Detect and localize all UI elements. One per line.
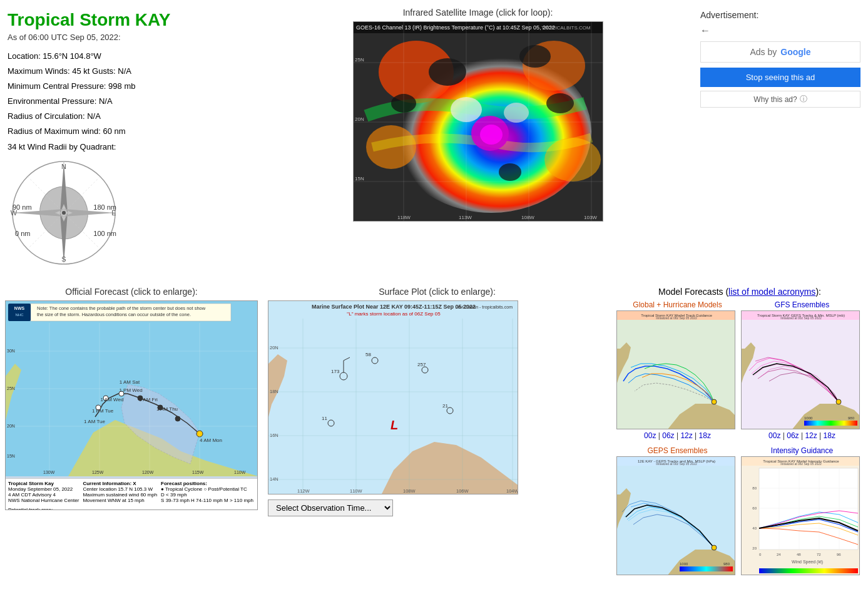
page-wrapper: Tropical Storm KAY As of 06:00 UTC Sep 0…: [0, 0, 868, 580]
top-section: Tropical Storm KAY As of 06:00 UTC Sep 0…: [0, 0, 868, 282]
model-acronyms-link[interactable]: list of model acronyms: [728, 287, 815, 297]
svg-text:4 AM Mon: 4 AM Mon: [200, 438, 222, 443]
stop-ad-button[interactable]: Stop seeing this ad: [700, 68, 860, 87]
info-icon: ⓘ: [800, 94, 807, 105]
label-90nm: 90 nm: [13, 203, 32, 211]
forecast-image[interactable]: Note: The cone contains the probable pat…: [5, 300, 258, 510]
global-00z-link[interactable]: 00z: [644, 431, 656, 440]
svg-point-27: [480, 125, 503, 145]
svg-text:16N: 16N: [270, 433, 278, 438]
right-panel: Advertisement: ← Ads by Google Stop seei…: [693, 5, 868, 277]
svg-text:the size of the storm. Hazardo: the size of the storm. Hazardous conditi…: [37, 312, 191, 317]
svg-text:118W: 118W: [397, 215, 411, 220]
satellite-image[interactable]: GOES-16 Channel 13 (IR) Brightness Tempe…: [353, 21, 603, 222]
svg-text:1 PM Tue: 1 PM Tue: [92, 408, 114, 414]
gefs-panel: GFS Ensembles Tropical Storm KAY GEFS Tr…: [741, 300, 863, 440]
svg-text:NWS: NWS: [14, 306, 25, 310]
svg-rect-150: [680, 566, 733, 571]
svg-text:15N: 15N: [355, 176, 364, 182]
forecast-svg: Note: The cone contains the probable pat…: [6, 301, 258, 476]
gefs-svg: Tropical Storm KAY GEFS Tracks & Min. MS…: [742, 311, 860, 429]
back-arrow-btn[interactable]: ←: [700, 25, 860, 36]
svg-text:20N: 20N: [7, 424, 15, 428]
svg-text:NHC: NHC: [16, 313, 24, 317]
svg-text:20: 20: [752, 546, 757, 550]
svg-text:25N: 25N: [355, 57, 364, 63]
svg-text:60: 60: [752, 506, 757, 510]
svg-text:1 AM Tue: 1 AM Tue: [84, 419, 105, 424]
intensity-svg: Tropical Storm KAY Model Intensity Guida…: [742, 457, 860, 575]
satellite-svg: GOES-16 Channel 13 (IR) Brightness Tempe…: [354, 22, 603, 222]
svg-text:257: 257: [417, 362, 426, 367]
svg-text:18N: 18N: [270, 389, 278, 394]
svg-text:1 AM Sat: 1 AM Sat: [120, 379, 140, 385]
svg-text:113W: 113W: [459, 215, 472, 220]
global-hurricane-image[interactable]: Tropical Storm KAY Model Track Guidance …: [616, 310, 735, 429]
geps-title: GEPS Ensembles: [616, 446, 738, 455]
svg-rect-175: [759, 568, 858, 573]
forecast-panel: Official Forecast (click to enlarge): No…: [0, 284, 263, 578]
global-hurricane-panel: Global + Hurricane Models Tropical Storm…: [616, 300, 738, 440]
radius-wind-info: Radius of Maximum wind: 60 nm: [8, 125, 255, 138]
global-12z-link[interactable]: 12z: [680, 431, 692, 440]
svg-text:25N: 25N: [7, 386, 15, 391]
svg-text:58: 58: [365, 352, 371, 357]
svg-text:Levi Cowan - tropicalbits.com: Levi Cowan - tropicalbits.com: [456, 305, 513, 310]
gefs-00z-link[interactable]: 00z: [768, 431, 780, 440]
why-ad-text[interactable]: Why this ad? ⓘ: [700, 91, 860, 108]
ads-by-google: Ads by Google: [700, 41, 860, 63]
svg-text:L: L: [391, 418, 398, 432]
svg-text:112W: 112W: [297, 488, 310, 494]
forecast-date: Monday September 05, 2022: [8, 486, 79, 492]
nhc-label: NWS National Hurricane Center: [8, 498, 79, 503]
svg-text:103W: 103W: [584, 215, 597, 220]
label-180nm: 180 nm: [93, 203, 116, 211]
min-pressure-info: Minimum Central Pressure: 998 mb: [8, 79, 255, 93]
svg-text:106W: 106W: [456, 488, 469, 494]
global-18z-link[interactable]: 18z: [699, 431, 711, 440]
svg-point-149: [712, 545, 717, 550]
svg-text:108W: 108W: [403, 488, 416, 494]
intensity-image[interactable]: Tropical Storm KAY Model Intensity Guida…: [741, 456, 860, 575]
svg-text:980: 980: [848, 416, 855, 420]
surface-plot-svg: Marine Surface Plot Near 12E KAY 09:45Z-…: [268, 301, 518, 494]
storm-title: Tropical Storm KAY: [8, 10, 255, 30]
svg-text:14N: 14N: [270, 476, 278, 482]
svg-point-21: [429, 58, 466, 86]
observation-time-select[interactable]: Select Observation Time... 06Z Sep 05 09…: [268, 499, 393, 516]
intensity-title: Intensity Guidance: [741, 446, 863, 455]
ads-by-text: Ads by: [750, 47, 777, 57]
gefs-06z-link[interactable]: 06z: [787, 431, 799, 440]
svg-text:Wind Speed (kt): Wind Speed (kt): [792, 560, 823, 565]
svg-text:11: 11: [322, 416, 327, 421]
gefs-12z-link[interactable]: 12z: [805, 431, 817, 440]
svg-text:Initialized at 06z Sep 05 2022: Initialized at 06z Sep 05 2022: [780, 462, 822, 466]
geps-image[interactable]: 12E KAY - GEPS Tracks and Min. MSLP (hPa…: [616, 456, 735, 575]
svg-point-59: [175, 416, 180, 421]
gefs-links: 00z | 06z | 12z | 18z: [741, 431, 863, 440]
bottom-section: Official Forecast (click to enlarge): No…: [0, 282, 868, 580]
ad-label: Advertisement:: [700, 10, 860, 20]
svg-text:40: 40: [752, 526, 757, 530]
intensity-panel: Intensity Guidance Tropical Storm KAY Mo…: [741, 443, 863, 575]
svg-text:Initialized at 06z Sep 05 2022: Initialized at 06z Sep 05 2022: [656, 316, 697, 320]
gefs-18z-link[interactable]: 18z: [824, 431, 835, 440]
model-forecasts-title: Model Forecasts (list of model acronyms)…: [616, 287, 863, 297]
svg-text:980: 980: [723, 562, 730, 566]
max-winds-info: Maximum Winds: 45 kt Gusts: N/A: [8, 64, 255, 78]
svg-text:110W: 110W: [234, 470, 246, 474]
svg-point-25: [499, 163, 521, 181]
svg-text:104W: 104W: [506, 488, 518, 494]
wind-radii-label: 34 kt Wind Radii by Quadrant:: [8, 140, 255, 154]
gefs-image[interactable]: Tropical Storm KAY GEFS Tracks & Min. MS…: [741, 310, 860, 429]
svg-text:1 AM Fri: 1 AM Fri: [139, 397, 158, 402]
center-panel: Infrared Satellite Image (click for loop…: [263, 5, 693, 277]
global-06z-link[interactable]: 06z: [662, 431, 674, 440]
compass-labels: 90 nm 180 nm 0 nm 100 nm: [8, 156, 120, 269]
svg-text:80: 80: [752, 486, 757, 490]
surface-plot-title: Surface Plot (click to enlarge):: [268, 287, 606, 297]
left-panel: Tropical Storm KAY As of 06:00 UTC Sep 0…: [0, 5, 263, 277]
surface-plot-image[interactable]: Marine Surface Plot Near 12E KAY 09:45Z-…: [268, 300, 518, 494]
svg-text:1 AM Thu: 1 AM Thu: [156, 406, 178, 412]
svg-text:173: 173: [331, 369, 340, 374]
